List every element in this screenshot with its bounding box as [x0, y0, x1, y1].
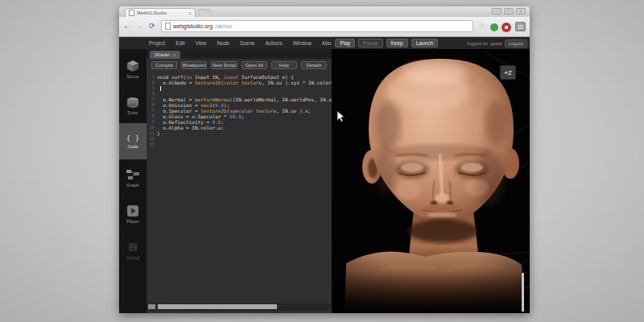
- line-number: 3: [147, 85, 157, 91]
- help-button[interactable]: Help: [271, 61, 297, 69]
- session-info: logged as guest Logout: [467, 39, 530, 47]
- code-line[interactable]: 1void surf(in Input IN, inout SurfaceOut…: [147, 74, 332, 80]
- code-text: void surf(in Input IN, inout SurfaceOutp…: [157, 74, 332, 80]
- code-text: [157, 91, 332, 97]
- code-text: o.Alpha = IN.color.a;: [157, 125, 332, 130]
- code-line[interactable]: 3: [147, 85, 332, 91]
- code-line[interactable]: 13: [147, 142, 332, 147]
- url-path: /demo/: [215, 23, 232, 29]
- editor-tab-close-icon[interactable]: x: [173, 52, 175, 59]
- line-number: 7: [147, 108, 157, 114]
- extension-red-icon[interactable]: [502, 23, 511, 32]
- axis-z-badge[interactable]: +Z: [500, 65, 516, 80]
- back-icon[interactable]: ←: [122, 22, 133, 30]
- desktop-background: WebGLStudio × – ▢ ✕ ← → ⟳ webglstudio.or…: [0, 0, 644, 322]
- line-number: 1: [147, 74, 157, 80]
- pause-button[interactable]: Pause: [358, 39, 382, 47]
- code-line[interactable]: 5 o.Normal = perturbNormal(IN.worldNorma…: [147, 97, 332, 102]
- debug-icon: [126, 241, 140, 254]
- editor-tab-shader[interactable]: Shader x: [150, 51, 180, 59]
- sidebar-item-label: Scene: [126, 74, 139, 79]
- editor-toolbar: Compile Breakpoint New Script Open All H…: [147, 59, 332, 72]
- left-sidebar: Scene Drive { } Code: [119, 49, 147, 313]
- code-editor-panel: Shader x Compile Breakpoint New Script O…: [147, 49, 332, 313]
- page-icon: [165, 23, 171, 30]
- url-bar[interactable]: webglstudio.org/demo/: [161, 20, 473, 32]
- open-all-button[interactable]: Open All: [242, 61, 267, 69]
- sidebar-item-label: Debug: [126, 255, 139, 260]
- head-render: [332, 49, 530, 313]
- close-icon[interactable]: ✕: [516, 8, 526, 14]
- menu-window[interactable]: Window: [293, 40, 312, 46]
- menu-scene[interactable]: Scene: [240, 40, 254, 46]
- code-text: o.Normal = perturbNormal(IN.worldNormal,…: [157, 97, 332, 102]
- tab-close-icon[interactable]: ×: [188, 10, 192, 16]
- maximize-icon[interactable]: ▢: [504, 8, 514, 14]
- url-domain: webglstudio.org: [173, 23, 213, 29]
- edge-light-strip: [522, 273, 524, 312]
- reload-icon[interactable]: ⟳: [147, 22, 158, 30]
- hscroll-left-button[interactable]: [148, 304, 155, 309]
- minimize-icon[interactable]: –: [492, 8, 502, 14]
- menu-view[interactable]: View: [195, 40, 206, 46]
- line-number: 10: [147, 125, 157, 130]
- line-number: 9: [147, 119, 157, 125]
- code-line[interactable]: 2 o.Albedo = texture2D(color_texture, IN…: [147, 80, 332, 85]
- viewport-3d[interactable]: +Z: [332, 49, 530, 313]
- play-button[interactable]: Play: [335, 39, 355, 47]
- sidebar-item-graph[interactable]: Graph: [119, 159, 147, 196]
- launch-button[interactable]: Launch: [411, 39, 438, 47]
- hscroll-thumb[interactable]: [158, 304, 277, 309]
- bookmark-star-icon[interactable]: ☆: [478, 22, 485, 29]
- breakpoint-button[interactable]: Breakpoint: [181, 61, 207, 69]
- browser-tab[interactable]: WebGLStudio ×: [125, 8, 196, 17]
- menu-project[interactable]: Project: [149, 40, 165, 46]
- sidebar-item-code[interactable]: { } Code: [119, 123, 147, 159]
- forward-icon[interactable]: →: [134, 22, 145, 30]
- code-text: o.Reflectivity = 0.0;: [157, 119, 332, 125]
- line-number: 4: [147, 91, 157, 97]
- detach-button[interactable]: Detach: [301, 61, 327, 69]
- username: guest: [490, 41, 502, 46]
- code-text: o.Gloss = o.Specular * 50.0;: [157, 114, 332, 119]
- tab-title: WebGLStudio: [137, 10, 167, 15]
- code-line[interactable]: 7 o.Specular = texture2D(specular_textur…: [147, 108, 332, 114]
- compile-button[interactable]: Compile: [151, 61, 177, 69]
- graph-icon: [126, 168, 140, 181]
- menu-actions[interactable]: Actions: [265, 40, 282, 46]
- extension-green-icon[interactable]: [490, 23, 498, 31]
- sidebar-item-drive[interactable]: Drive: [119, 87, 147, 123]
- code-line[interactable]: 11}: [147, 130, 332, 136]
- menu-node[interactable]: Node: [217, 40, 229, 46]
- drive-icon: [126, 96, 140, 109]
- menu-edit[interactable]: Edit: [175, 40, 184, 46]
- new-script-button[interactable]: New Script: [211, 61, 237, 69]
- code-line[interactable]: 9 o.Reflectivity = 0.0;: [147, 119, 332, 125]
- sidebar-item-scene[interactable]: Scene: [119, 51, 147, 87]
- cube-icon: [126, 60, 140, 72]
- code-line[interactable]: 12: [147, 136, 332, 142]
- code-text: [157, 85, 332, 91]
- code-line[interactable]: 6 o.Emission = vec3(0.0);: [147, 102, 332, 108]
- sidebar-item-debug[interactable]: Debug: [119, 232, 147, 268]
- keep-button[interactable]: Keep: [386, 39, 408, 47]
- editor-tabstrip: Shader x: [147, 49, 332, 59]
- player-icon: [126, 204, 140, 217]
- code-line[interactable]: 8 o.Gloss = o.Specular * 50.0;: [147, 114, 332, 119]
- code-lines[interactable]: 1void surf(in Input IN, inout SurfaceOut…: [147, 72, 332, 303]
- menu-about[interactable]: Abo: [322, 40, 332, 46]
- browser-menu-button[interactable]: [515, 22, 526, 31]
- line-number: 11: [147, 130, 157, 136]
- sidebar-item-label: Player: [126, 219, 139, 224]
- line-number: 13: [147, 142, 157, 147]
- browser-navbar: ← → ⟳ webglstudio.org/demo/ ☆: [119, 17, 530, 37]
- editor-tab-label: Shader: [155, 52, 170, 59]
- code-line[interactable]: 4: [147, 91, 332, 97]
- line-number: 8: [147, 114, 157, 119]
- logout-button[interactable]: Logout: [505, 39, 527, 47]
- editor-hscrollbar[interactable]: [147, 303, 332, 311]
- code-line[interactable]: 10 o.Alpha = IN.color.a;: [147, 125, 332, 130]
- line-number: 6: [147, 102, 157, 108]
- sidebar-item-player[interactable]: Player: [119, 196, 147, 232]
- webglstudio-app: Project Edit View Node Scene Actions Win…: [119, 37, 530, 313]
